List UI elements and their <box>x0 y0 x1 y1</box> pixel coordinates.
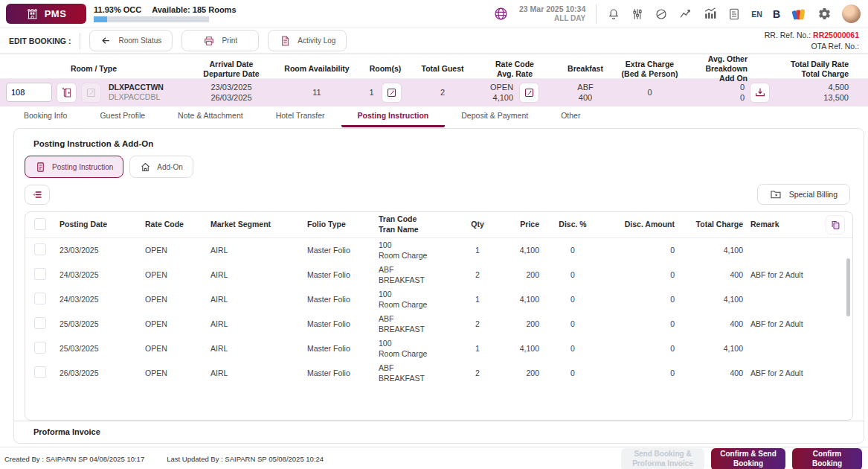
row-checkbox[interactable] <box>34 342 46 354</box>
row-checkbox[interactable] <box>34 268 46 280</box>
select-all-checkbox[interactable] <box>34 218 46 230</box>
user-avatar[interactable] <box>842 4 861 23</box>
bell-icon <box>607 7 620 21</box>
assign-room-button[interactable] <box>57 83 77 103</box>
posting-date-cell: 25/03/2025 <box>60 344 145 354</box>
posting-date-cell: 24/03/2025 <box>60 270 145 281</box>
date-text: 23 Mar 2025 10:34 <box>519 4 585 14</box>
theme-button[interactable] <box>791 6 807 22</box>
price-cell: 200 <box>495 319 547 330</box>
report-icon <box>727 7 741 21</box>
qty-cell: 2 <box>460 319 495 330</box>
disc-amount-cell: 0 <box>599 368 682 379</box>
gear-icon <box>817 7 832 21</box>
bar-chart-button[interactable] <box>703 7 717 21</box>
posting-list-button[interactable] <box>25 185 50 205</box>
confirm-send-booking-button[interactable]: Confirm & Send Booking <box>711 448 785 469</box>
folio-type-cell: Master Folio <box>307 246 379 256</box>
table-actions-row: Special Billing <box>25 184 853 205</box>
pms-logo[interactable]: PMS <box>6 4 86 24</box>
activity-log-button[interactable]: Activity Log <box>268 30 347 51</box>
availability-cell: 11 <box>275 87 359 98</box>
row-checkbox[interactable] <box>34 317 46 329</box>
folio-type-cell: Master Folio <box>307 344 379 354</box>
confirm-booking-button[interactable]: Confirm Booking <box>792 448 862 469</box>
tab[interactable]: Deposit & Payment <box>445 111 544 127</box>
tab[interactable]: Posting Instruction <box>341 111 446 127</box>
notifications-button[interactable] <box>607 7 620 21</box>
room-status-button[interactable]: Room Status <box>89 30 173 51</box>
posting-row: 24/03/2025 OPEN AIRL Master Folio 100Roo… <box>25 287 852 312</box>
col-rooms: Room(s) <box>359 64 412 74</box>
tab[interactable]: Booking Info <box>7 111 83 127</box>
disc-amount-cell: 0 <box>599 270 682 281</box>
settings-button[interactable] <box>817 7 832 21</box>
tab[interactable]: Hotel Transfer <box>260 111 341 127</box>
market-segment-cell: AIRL <box>210 368 307 379</box>
row-checkbox[interactable] <box>34 366 46 378</box>
rate-code-cell: OPEN <box>145 344 210 354</box>
table-scrollbar[interactable] <box>846 258 850 316</box>
posting-instruction-toggle[interactable]: Posting Instruction <box>25 156 123 178</box>
occupancy-progress <box>94 16 209 22</box>
document-icon <box>35 162 46 173</box>
available-rooms: Available: 185 Rooms <box>152 5 236 14</box>
all-day-text: ALL DAY <box>519 14 585 24</box>
edit-rate-button[interactable] <box>519 83 539 103</box>
col-avg-other: Avg. Other BreakdownAdd On <box>685 54 780 83</box>
total-charge-cell: 400 <box>682 270 750 281</box>
avg-other-breakdown-cell: 00 <box>685 82 780 103</box>
special-billing-button[interactable]: Special Billing <box>757 184 850 205</box>
posting-table-body: 23/03/2025 OPEN AIRL Master Folio 100Roo… <box>25 238 852 386</box>
room-rack-button[interactable] <box>631 7 644 21</box>
divider <box>80 33 80 49</box>
add-on-toggle[interactable]: Add-On <box>129 156 193 178</box>
row-checkbox[interactable] <box>34 243 46 255</box>
remark-cell: ABF for 2 Adult <box>750 319 852 330</box>
report-button[interactable] <box>727 7 741 21</box>
col-rate-code: Rate CodeAvg. Rate <box>473 60 556 79</box>
folio-type-cell: Master Folio <box>307 368 379 379</box>
market-segment-cell: AIRL <box>210 295 307 305</box>
posting-panel: Posting Instruction & Add-On Posting Ins… <box>13 128 864 444</box>
disc-amount-cell: 0 <box>599 344 682 354</box>
copy-rows-button[interactable] <box>826 215 845 234</box>
tab[interactable]: Other <box>544 111 597 127</box>
posting-row: 26/03/2025 OPEN AIRL Master Folio ABFBRE… <box>25 361 852 386</box>
posting-row: 25/03/2025 OPEN AIRL Master Folio ABFBRE… <box>25 312 852 336</box>
edit-booking-label: EDIT BOOKING : <box>9 36 71 45</box>
folder-star-icon <box>770 188 782 200</box>
tab[interactable]: Guest Profile <box>83 111 161 127</box>
total-charge-cell: 4,50013,500 <box>780 82 868 103</box>
qty-cell: 1 <box>460 344 495 354</box>
remark-cell: ABF for 2 Adult <box>750 368 852 379</box>
language-button[interactable]: EN <box>751 10 762 19</box>
pie-chart-button[interactable] <box>655 7 668 21</box>
booking-summary-row: DLXPACCTWN DLXPACCDBL 23/03/202526/03/20… <box>0 79 868 106</box>
tran-cell: 100Room Charge <box>379 240 460 261</box>
print-button[interactable]: Print <box>181 30 259 51</box>
globe-button[interactable] <box>493 6 509 22</box>
proforma-invoice-section[interactable]: Proforma Invoice <box>14 421 864 443</box>
qty-cell: 1 <box>460 246 495 256</box>
add-breakdown-button[interactable] <box>750 83 770 103</box>
row-checkbox[interactable] <box>34 293 46 304</box>
section-title: Posting Instruction & Add-On <box>33 139 853 148</box>
booking-summary-header: Room / Type Arrival DateDeparture Date R… <box>0 54 868 79</box>
tab[interactable]: Note & Attachment <box>161 111 260 127</box>
edit-rooms-button[interactable] <box>382 83 402 103</box>
bar-chart-icon <box>703 7 717 21</box>
room-number-input[interactable] <box>6 83 52 102</box>
col-extra-charge: Extra Charge(Bed & Person) <box>614 60 685 79</box>
edit-pencil-icon <box>386 87 397 98</box>
occupancy-percent: 11.93% OCC <box>94 5 141 14</box>
line-chart-button[interactable] <box>678 7 692 21</box>
market-segment-cell: AIRL <box>210 270 307 281</box>
col-folio-type: Folio Type <box>307 220 379 230</box>
total-charge-cell: 400 <box>682 319 750 330</box>
currency-button[interactable]: B <box>773 8 780 20</box>
room-type-main: DLXPACCTWN <box>109 83 164 92</box>
posting-date-cell: 25/03/2025 <box>60 319 145 330</box>
col-availability: Room Availability <box>275 64 359 74</box>
rooms-cell: 1 <box>359 83 412 103</box>
